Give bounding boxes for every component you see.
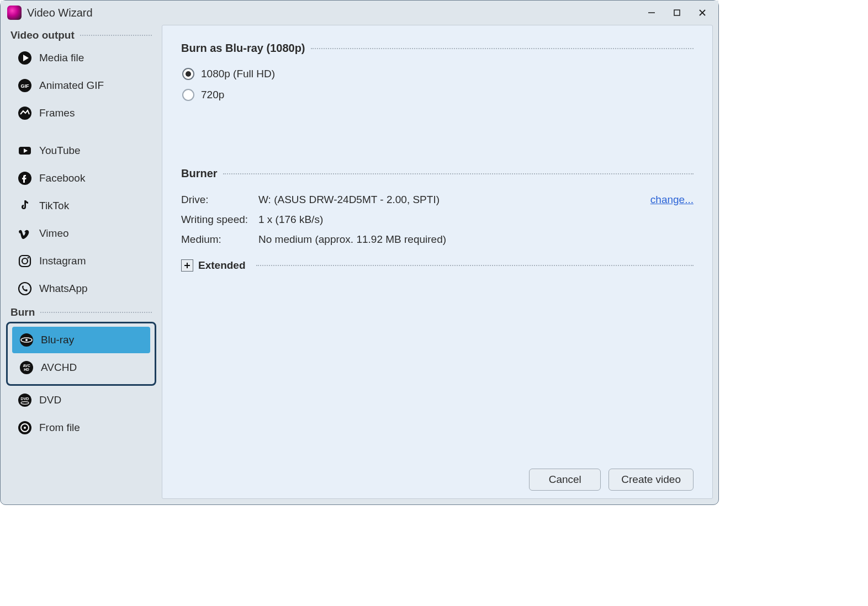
sidebar: Video output Media file GIF Animated GIF… xyxy=(6,25,156,499)
sidebar-item-whatsapp[interactable]: WhatsApp xyxy=(10,275,152,302)
play-icon xyxy=(17,50,33,66)
sidebar-item-facebook[interactable]: Facebook xyxy=(10,165,152,192)
sidebar-item-label: Vimeo xyxy=(39,227,69,240)
sidebar-item-dvd[interactable]: DVD DVD xyxy=(10,387,152,413)
section-header-output: Video output xyxy=(6,29,156,41)
avchd-icon: AVCHD xyxy=(19,360,34,375)
sidebar-item-label: Instagram xyxy=(39,255,86,267)
tiktok-icon xyxy=(17,198,33,214)
disc-file-icon xyxy=(17,420,33,435)
sidebar-item-label: Facebook xyxy=(39,172,85,184)
sidebar-item-label: Animated GIF xyxy=(39,79,104,92)
section-title: Burn as Blu-ray (1080p) xyxy=(181,42,305,55)
section-header-burn: Burn xyxy=(6,306,156,318)
row-medium: Medium: No medium (approx. 11.92 MB requ… xyxy=(181,230,694,249)
dvd-icon: DVD xyxy=(17,392,33,408)
drive-label: Drive: xyxy=(181,194,258,206)
svg-point-18 xyxy=(25,339,28,341)
sidebar-item-label: WhatsApp xyxy=(39,283,88,295)
facebook-icon xyxy=(17,171,33,186)
content-panel: Burn as Blu-ray (1080p) 1080p (Full HD) … xyxy=(162,25,713,499)
section-header-bluray: Burn as Blu-ray (1080p) xyxy=(181,42,694,55)
divider xyxy=(80,35,152,36)
frames-icon xyxy=(17,105,33,121)
sidebar-item-vimeo[interactable]: Vimeo xyxy=(10,220,152,247)
bluray-icon xyxy=(19,332,34,348)
vimeo-icon xyxy=(17,226,33,241)
section-title: Burner xyxy=(181,167,218,180)
sidebar-item-label: Blu-ray xyxy=(41,334,74,346)
sidebar-item-label: DVD xyxy=(39,394,61,406)
svg-text:DVD: DVD xyxy=(21,397,29,401)
svg-rect-12 xyxy=(19,256,30,267)
sidebar-item-media-file[interactable]: Media file xyxy=(10,45,152,71)
svg-point-15 xyxy=(19,283,31,295)
row-drive: Drive: W: (ASUS DRW-24D5MT - 2.00, SPTI)… xyxy=(181,190,694,210)
cancel-label: Cancel xyxy=(549,474,581,486)
radio-720p[interactable]: 720p xyxy=(181,86,694,104)
sidebar-item-avchd[interactable]: AVCHD AVCHD xyxy=(12,354,150,381)
sidebar-item-bluray[interactable]: Blu-ray xyxy=(12,327,150,353)
minimize-button[interactable] xyxy=(639,1,664,25)
titlebar: Video Wizard xyxy=(1,1,718,25)
sidebar-item-youtube[interactable]: YouTube xyxy=(10,137,152,164)
svg-text:GIF: GIF xyxy=(21,83,30,89)
row-writing-speed: Writing speed: 1 x (176 kB/s) xyxy=(181,210,694,230)
radio-icon xyxy=(182,89,194,101)
change-drive-link[interactable]: change... xyxy=(650,194,694,206)
footer: Cancel Create video xyxy=(181,462,694,491)
sidebar-item-label: AVCHD xyxy=(41,362,77,374)
extended-label: Extended xyxy=(198,259,246,272)
sidebar-item-label: TikTok xyxy=(39,200,69,212)
svg-point-27 xyxy=(24,427,26,429)
sidebar-item-animated-gif[interactable]: GIF Animated GIF xyxy=(10,72,152,99)
burn-highlight-box: Blu-ray AVCHD AVCHD xyxy=(6,322,156,386)
cancel-button[interactable]: Cancel xyxy=(529,469,601,491)
sidebar-item-frames[interactable]: Frames xyxy=(10,100,152,126)
sidebar-item-instagram[interactable]: Instagram xyxy=(10,248,152,274)
sidebar-item-label: From file xyxy=(39,422,80,434)
divider xyxy=(223,173,694,174)
divider xyxy=(311,48,694,49)
sidebar-item-label: Frames xyxy=(39,107,75,119)
sidebar-item-label: YouTube xyxy=(39,145,81,157)
section-title-output: Video output xyxy=(10,29,75,41)
medium-value: No medium (approx. 11.92 MB required) xyxy=(258,233,694,246)
svg-rect-1 xyxy=(674,10,680,15)
svg-text:HD: HD xyxy=(24,368,29,371)
youtube-icon xyxy=(17,143,33,158)
svg-text:AVC: AVC xyxy=(23,364,30,368)
instagram-icon xyxy=(17,253,33,269)
create-video-button[interactable]: Create video xyxy=(608,469,694,491)
section-header-burner: Burner xyxy=(181,167,694,180)
radio-label: 720p xyxy=(201,89,224,101)
radio-icon xyxy=(182,68,194,80)
speed-label: Writing speed: xyxy=(181,214,258,226)
speed-value: 1 x (176 kB/s) xyxy=(258,214,694,226)
close-button[interactable] xyxy=(690,1,715,25)
sidebar-item-tiktok[interactable]: TikTok xyxy=(10,193,152,219)
window-title: Video Wizard xyxy=(27,7,93,19)
video-wizard-window: Video Wizard Video output Media file GIF… xyxy=(0,0,719,505)
whatsapp-icon xyxy=(17,281,33,296)
sidebar-item-label: Media file xyxy=(39,52,84,64)
app-icon xyxy=(7,6,22,20)
divider xyxy=(40,312,152,313)
expand-button[interactable] xyxy=(181,259,193,272)
radio-label: 1080p (Full HD) xyxy=(201,68,275,80)
sidebar-item-from-file[interactable]: From file xyxy=(10,414,152,441)
drive-value: W: (ASUS DRW-24D5MT - 2.00, SPTI) xyxy=(258,194,650,206)
gif-icon: GIF xyxy=(17,78,33,93)
create-label: Create video xyxy=(621,474,681,486)
divider xyxy=(256,265,694,266)
svg-point-13 xyxy=(22,258,28,264)
extended-row: Extended xyxy=(181,259,694,272)
svg-point-14 xyxy=(28,257,29,259)
radio-1080p[interactable]: 1080p (Full HD) xyxy=(181,65,694,83)
medium-label: Medium: xyxy=(181,233,258,246)
section-title-burn: Burn xyxy=(10,306,35,318)
maximize-button[interactable] xyxy=(664,1,690,25)
